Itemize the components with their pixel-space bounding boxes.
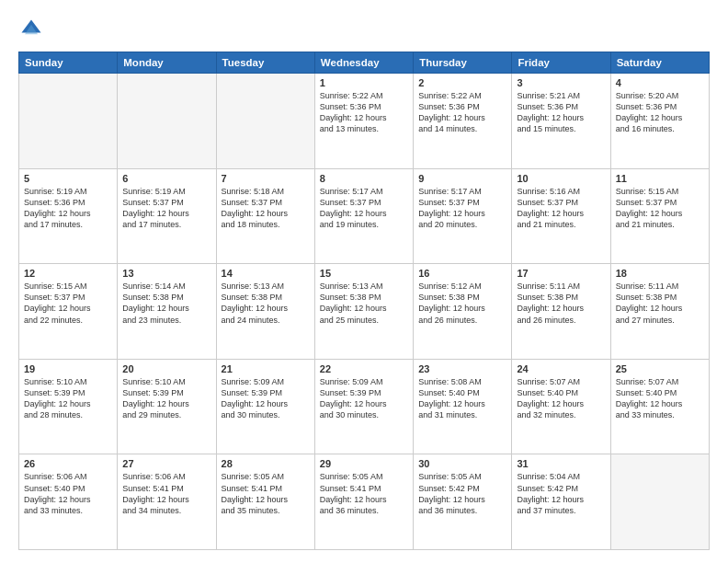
weekday-saturday: Saturday bbox=[610, 52, 709, 74]
day-number: 29 bbox=[320, 458, 408, 469]
day-number: 14 bbox=[222, 268, 310, 279]
page: SundayMondayTuesdayWednesdayThursdayFrid… bbox=[0, 0, 728, 563]
cell-info: Sunrise: 5:11 AM Sunset: 5:38 PM Dayligh… bbox=[616, 281, 704, 326]
day-number: 15 bbox=[320, 268, 408, 279]
day-number: 2 bbox=[418, 77, 506, 88]
weekday-sunday: Sunday bbox=[19, 52, 118, 74]
cell-info: Sunrise: 5:12 AM Sunset: 5:38 PM Dayligh… bbox=[418, 281, 506, 326]
calendar-cell bbox=[216, 74, 314, 169]
cell-info: Sunrise: 5:15 AM Sunset: 5:37 PM Dayligh… bbox=[616, 186, 704, 231]
cell-info: Sunrise: 5:09 AM Sunset: 5:39 PM Dayligh… bbox=[320, 376, 408, 421]
day-number: 17 bbox=[517, 268, 605, 279]
day-number: 1 bbox=[320, 77, 408, 88]
calendar-cell: 14Sunrise: 5:13 AM Sunset: 5:38 PM Dayli… bbox=[216, 264, 314, 360]
calendar-cell: 11Sunrise: 5:15 AM Sunset: 5:37 PM Dayli… bbox=[610, 168, 709, 264]
calendar-cell: 20Sunrise: 5:10 AM Sunset: 5:39 PM Dayli… bbox=[118, 359, 216, 454]
calendar-cell: 15Sunrise: 5:13 AM Sunset: 5:38 PM Dayli… bbox=[314, 264, 413, 360]
calendar-cell: 3Sunrise: 5:21 AM Sunset: 5:36 PM Daylig… bbox=[512, 74, 610, 169]
cell-info: Sunrise: 5:17 AM Sunset: 5:37 PM Dayligh… bbox=[320, 186, 408, 231]
cell-info: Sunrise: 5:04 AM Sunset: 5:42 PM Dayligh… bbox=[517, 471, 605, 516]
day-number: 25 bbox=[616, 363, 704, 374]
calendar-cell: 2Sunrise: 5:22 AM Sunset: 5:36 PM Daylig… bbox=[414, 74, 512, 169]
day-number: 12 bbox=[24, 268, 112, 279]
cell-info: Sunrise: 5:21 AM Sunset: 5:36 PM Dayligh… bbox=[517, 90, 605, 135]
cell-info: Sunrise: 5:14 AM Sunset: 5:38 PM Dayligh… bbox=[122, 281, 210, 326]
calendar-cell: 21Sunrise: 5:09 AM Sunset: 5:39 PM Dayli… bbox=[216, 359, 314, 454]
day-number: 21 bbox=[222, 363, 310, 374]
cell-info: Sunrise: 5:10 AM Sunset: 5:39 PM Dayligh… bbox=[122, 376, 210, 421]
cell-info: Sunrise: 5:16 AM Sunset: 5:37 PM Dayligh… bbox=[517, 186, 605, 231]
calendar-cell: 28Sunrise: 5:05 AM Sunset: 5:41 PM Dayli… bbox=[216, 454, 314, 550]
week-row-1: 5Sunrise: 5:19 AM Sunset: 5:36 PM Daylig… bbox=[19, 168, 710, 264]
calendar-cell: 17Sunrise: 5:11 AM Sunset: 5:38 PM Dayli… bbox=[512, 264, 610, 360]
cell-info: Sunrise: 5:13 AM Sunset: 5:38 PM Dayligh… bbox=[320, 281, 408, 326]
day-number: 26 bbox=[24, 458, 112, 469]
cell-info: Sunrise: 5:05 AM Sunset: 5:42 PM Dayligh… bbox=[418, 471, 506, 516]
calendar-cell: 25Sunrise: 5:07 AM Sunset: 5:40 PM Dayli… bbox=[610, 359, 709, 454]
calendar-cell: 26Sunrise: 5:06 AM Sunset: 5:40 PM Dayli… bbox=[19, 454, 118, 550]
week-row-3: 19Sunrise: 5:10 AM Sunset: 5:39 PM Dayli… bbox=[19, 359, 710, 454]
cell-info: Sunrise: 5:19 AM Sunset: 5:36 PM Dayligh… bbox=[24, 186, 112, 231]
cell-info: Sunrise: 5:15 AM Sunset: 5:37 PM Dayligh… bbox=[24, 281, 112, 326]
calendar-cell: 7Sunrise: 5:18 AM Sunset: 5:37 PM Daylig… bbox=[216, 168, 314, 264]
cell-info: Sunrise: 5:20 AM Sunset: 5:36 PM Dayligh… bbox=[616, 90, 704, 135]
calendar-cell: 30Sunrise: 5:05 AM Sunset: 5:42 PM Dayli… bbox=[414, 454, 512, 550]
weekday-tuesday: Tuesday bbox=[216, 52, 314, 74]
calendar-cell: 6Sunrise: 5:19 AM Sunset: 5:37 PM Daylig… bbox=[118, 168, 216, 264]
logo bbox=[18, 17, 48, 42]
cell-info: Sunrise: 5:07 AM Sunset: 5:40 PM Dayligh… bbox=[517, 376, 605, 421]
calendar-cell: 23Sunrise: 5:08 AM Sunset: 5:40 PM Dayli… bbox=[414, 359, 512, 454]
day-number: 31 bbox=[517, 458, 605, 469]
day-number: 5 bbox=[24, 173, 112, 184]
day-number: 27 bbox=[122, 458, 210, 469]
logo-icon bbox=[18, 17, 44, 42]
calendar-cell: 22Sunrise: 5:09 AM Sunset: 5:39 PM Dayli… bbox=[314, 359, 413, 454]
calendar-cell: 31Sunrise: 5:04 AM Sunset: 5:42 PM Dayli… bbox=[512, 454, 610, 550]
calendar-cell: 9Sunrise: 5:17 AM Sunset: 5:37 PM Daylig… bbox=[414, 168, 512, 264]
week-row-2: 12Sunrise: 5:15 AM Sunset: 5:37 PM Dayli… bbox=[19, 264, 710, 360]
day-number: 3 bbox=[517, 77, 605, 88]
cell-info: Sunrise: 5:10 AM Sunset: 5:39 PM Dayligh… bbox=[24, 376, 112, 421]
calendar-cell: 1Sunrise: 5:22 AM Sunset: 5:36 PM Daylig… bbox=[314, 74, 413, 169]
day-number: 19 bbox=[24, 363, 112, 374]
cell-info: Sunrise: 5:11 AM Sunset: 5:38 PM Dayligh… bbox=[517, 281, 605, 326]
cell-info: Sunrise: 5:08 AM Sunset: 5:40 PM Dayligh… bbox=[418, 376, 506, 421]
cell-info: Sunrise: 5:05 AM Sunset: 5:41 PM Dayligh… bbox=[320, 471, 408, 516]
day-number: 24 bbox=[517, 363, 605, 374]
day-number: 6 bbox=[122, 173, 210, 184]
calendar-cell: 13Sunrise: 5:14 AM Sunset: 5:38 PM Dayli… bbox=[118, 264, 216, 360]
calendar-cell: 29Sunrise: 5:05 AM Sunset: 5:41 PM Dayli… bbox=[314, 454, 413, 550]
weekday-header-row: SundayMondayTuesdayWednesdayThursdayFrid… bbox=[19, 52, 710, 74]
cell-info: Sunrise: 5:07 AM Sunset: 5:40 PM Dayligh… bbox=[616, 376, 704, 421]
calendar-table: SundayMondayTuesdayWednesdayThursdayFrid… bbox=[18, 52, 710, 550]
cell-info: Sunrise: 5:09 AM Sunset: 5:39 PM Dayligh… bbox=[222, 376, 310, 421]
calendar-cell: 16Sunrise: 5:12 AM Sunset: 5:38 PM Dayli… bbox=[414, 264, 512, 360]
weekday-monday: Monday bbox=[118, 52, 216, 74]
week-row-0: 1Sunrise: 5:22 AM Sunset: 5:36 PM Daylig… bbox=[19, 74, 710, 169]
day-number: 4 bbox=[616, 77, 704, 88]
day-number: 13 bbox=[122, 268, 210, 279]
cell-info: Sunrise: 5:22 AM Sunset: 5:36 PM Dayligh… bbox=[418, 90, 506, 135]
day-number: 22 bbox=[320, 363, 408, 374]
calendar-cell: 8Sunrise: 5:17 AM Sunset: 5:37 PM Daylig… bbox=[314, 168, 413, 264]
day-number: 28 bbox=[222, 458, 310, 469]
calendar-cell: 18Sunrise: 5:11 AM Sunset: 5:38 PM Dayli… bbox=[610, 264, 709, 360]
cell-info: Sunrise: 5:22 AM Sunset: 5:36 PM Dayligh… bbox=[320, 90, 408, 135]
day-number: 9 bbox=[418, 173, 506, 184]
calendar-cell: 10Sunrise: 5:16 AM Sunset: 5:37 PM Dayli… bbox=[512, 168, 610, 264]
day-number: 18 bbox=[616, 268, 704, 279]
week-row-4: 26Sunrise: 5:06 AM Sunset: 5:40 PM Dayli… bbox=[19, 454, 710, 550]
day-number: 11 bbox=[616, 173, 704, 184]
cell-info: Sunrise: 5:17 AM Sunset: 5:37 PM Dayligh… bbox=[418, 186, 506, 231]
calendar-cell: 5Sunrise: 5:19 AM Sunset: 5:36 PM Daylig… bbox=[19, 168, 118, 264]
day-number: 10 bbox=[517, 173, 605, 184]
weekday-thursday: Thursday bbox=[414, 52, 512, 74]
calendar-cell bbox=[19, 74, 118, 169]
day-number: 30 bbox=[418, 458, 506, 469]
calendar-cell: 27Sunrise: 5:06 AM Sunset: 5:41 PM Dayli… bbox=[118, 454, 216, 550]
cell-info: Sunrise: 5:06 AM Sunset: 5:40 PM Dayligh… bbox=[24, 471, 112, 516]
day-number: 7 bbox=[222, 173, 310, 184]
cell-info: Sunrise: 5:05 AM Sunset: 5:41 PM Dayligh… bbox=[222, 471, 310, 516]
cell-info: Sunrise: 5:19 AM Sunset: 5:37 PM Dayligh… bbox=[122, 186, 210, 231]
header bbox=[18, 17, 710, 42]
